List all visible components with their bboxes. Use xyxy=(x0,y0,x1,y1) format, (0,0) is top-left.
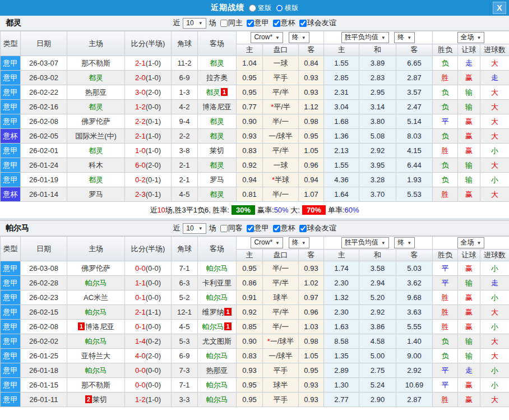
result-cell: 负 xyxy=(433,56,458,71)
home-team-cell: 帕尔马 xyxy=(67,305,125,320)
italy-cup-checkbox[interactable] xyxy=(273,225,280,232)
col-away: 客场 xyxy=(198,31,237,56)
draw-mean-cell: 3.89 xyxy=(359,56,396,71)
away-odds-cell: 0.98 xyxy=(299,114,324,129)
team-section-parma: 帕尔马 近 10 ▼ 场 同客 意甲 意杯 球会友谊 xyxy=(0,221,509,407)
col-corner: 角球 xyxy=(172,31,198,56)
league-option-serie-a[interactable]: 意甲 xyxy=(244,223,269,233)
goals-result-cell: 小 xyxy=(480,173,509,187)
team-label: 帕尔马 xyxy=(206,352,228,360)
friendly-checkbox[interactable] xyxy=(299,20,307,27)
score-cell: 1-4(0-2) xyxy=(125,334,172,349)
goals-result-cell: 大 xyxy=(480,334,509,349)
odds-final-select[interactable]: 终▼ xyxy=(289,237,309,248)
mean-group-header: 胜平负均值▼ 终▼ xyxy=(324,31,433,44)
team-label: 国际米兰(中) xyxy=(75,132,117,140)
period-select[interactable]: 全场▼ xyxy=(457,32,485,43)
layout-option-vertical[interactable]: 竖版 xyxy=(249,3,271,13)
close-button[interactable]: X xyxy=(493,2,506,14)
handicap-cell: 一/球半 xyxy=(263,349,299,363)
serie-a-checkbox[interactable] xyxy=(247,20,254,27)
team-label: 帕尔马 xyxy=(206,395,228,404)
near-label: 近 xyxy=(173,223,180,233)
horizontal-layout-radio[interactable] xyxy=(276,4,283,12)
away-mean-cell: 5.55 xyxy=(396,320,433,334)
col-mean-away: 客 xyxy=(396,44,433,56)
goals-result-cell: 小 xyxy=(480,363,509,378)
score-cell: 0-1(0-0) xyxy=(125,320,172,334)
red-card-badge: 1 xyxy=(78,322,85,330)
league-type-cell: 意杯 xyxy=(1,187,21,202)
away-odds-cell: 1.05 xyxy=(299,349,324,363)
team-label: 亚特兰大 xyxy=(81,352,110,360)
team-label: 佛罗伦萨 xyxy=(81,264,110,273)
team-label: 莱切 xyxy=(210,146,224,155)
league-option-italy-cup[interactable]: 意杯 xyxy=(271,223,295,233)
draw-mean-cell: 5.24 xyxy=(359,378,396,393)
date-cell: 26-02-02 xyxy=(21,334,67,349)
italy-cup-label: 意杯 xyxy=(281,18,295,28)
away-mean-cell: 1.93 xyxy=(396,173,433,187)
corner-cell: 3-8 xyxy=(172,144,198,158)
handicap-result-cell: 赢 xyxy=(458,305,480,320)
mean-final-select[interactable]: 终▼ xyxy=(394,237,415,248)
league-option-italy-cup[interactable]: 意杯 xyxy=(271,18,295,28)
mean-type-select[interactable]: 胜平负均值▼ xyxy=(341,237,389,248)
team-label: 科木 xyxy=(89,161,103,169)
date-cell: 26-03-08 xyxy=(21,261,67,276)
away-mean-cell: 3.63 xyxy=(396,305,433,320)
serie-a-checkbox[interactable] xyxy=(247,225,254,232)
home-odds-cell: 0.91 xyxy=(237,290,263,305)
same-home-checkbox[interactable] xyxy=(220,20,228,27)
odds-company-select[interactable]: Crow*▼ xyxy=(251,32,283,43)
league-type-cell: 意甲 xyxy=(1,158,21,173)
score-cell: 2-1(1-0) xyxy=(125,56,172,71)
match-count-select[interactable]: 10 ▼ xyxy=(183,18,206,29)
league-type-cell: 意甲 xyxy=(1,261,21,276)
early-odds-star: * xyxy=(267,337,270,345)
same-away-checkbox[interactable] xyxy=(220,225,228,232)
home-mean-cell: 3.04 xyxy=(324,100,359,114)
same-venue-option[interactable]: 同客 xyxy=(218,223,243,233)
odds-company-select[interactable]: Crow*▼ xyxy=(251,237,283,248)
date-cell: 26-01-19 xyxy=(21,173,67,187)
league-option-friendly[interactable]: 球会友谊 xyxy=(297,223,336,233)
period-select[interactable]: 全场▼ xyxy=(457,237,485,248)
corner-cell: 5-3 xyxy=(172,334,198,349)
col-corner: 角球 xyxy=(172,237,198,261)
vertical-layout-label: 竖版 xyxy=(258,3,271,13)
vertical-layout-radio[interactable] xyxy=(249,4,256,12)
layout-option-horizontal[interactable]: 横版 xyxy=(276,3,298,13)
col-mean-home: 主 xyxy=(324,250,359,261)
draw-mean-cell: 2.75 xyxy=(359,363,396,378)
mean-type-select[interactable]: 胜平负均值▼ xyxy=(341,32,389,43)
league-option-serie-a[interactable]: 意甲 xyxy=(244,18,269,28)
italy-cup-checkbox[interactable] xyxy=(273,20,280,27)
score-cell: 4-0(2-0) xyxy=(125,349,172,363)
match-count-select[interactable]: 10 ▼ xyxy=(183,223,206,234)
away-mean-cell: 9.68 xyxy=(396,290,433,305)
home-mean-cell: 1.74 xyxy=(324,261,359,276)
goals-result-cell: 大 xyxy=(480,393,509,407)
handicap-cell: 平/半 xyxy=(263,276,299,290)
mean-final-select[interactable]: 终▼ xyxy=(394,32,415,43)
score-cell: 2-2(0-1) xyxy=(125,114,172,129)
away-team-cell: 拉齐奥 xyxy=(198,71,237,85)
odds-final-select[interactable]: 终▼ xyxy=(289,32,309,43)
home-team-cell: 帕尔马 xyxy=(67,334,125,349)
draw-mean-cell: 2.95 xyxy=(359,85,396,100)
team-label: 帕尔马 xyxy=(85,366,107,375)
handicap-result-cell: 赢 xyxy=(458,290,480,305)
handicap-result-cell: 赢 xyxy=(458,144,480,158)
handicap-result-cell: 输 xyxy=(458,85,480,100)
handicap-result-cell: 赢 xyxy=(458,187,480,202)
friendly-checkbox[interactable] xyxy=(299,225,307,232)
home-mean-cell: 1.64 xyxy=(324,187,359,202)
home-team-cell: 都灵 xyxy=(67,71,125,85)
result-cell: 负 xyxy=(433,100,458,114)
away-team-cell: 莱切 xyxy=(198,144,237,158)
league-option-friendly[interactable]: 球会友谊 xyxy=(297,18,336,28)
score-cell: 0-0(0-0) xyxy=(125,261,172,276)
score-cell: 6-0(2-0) xyxy=(125,158,172,173)
same-venue-option[interactable]: 同主 xyxy=(218,18,243,28)
